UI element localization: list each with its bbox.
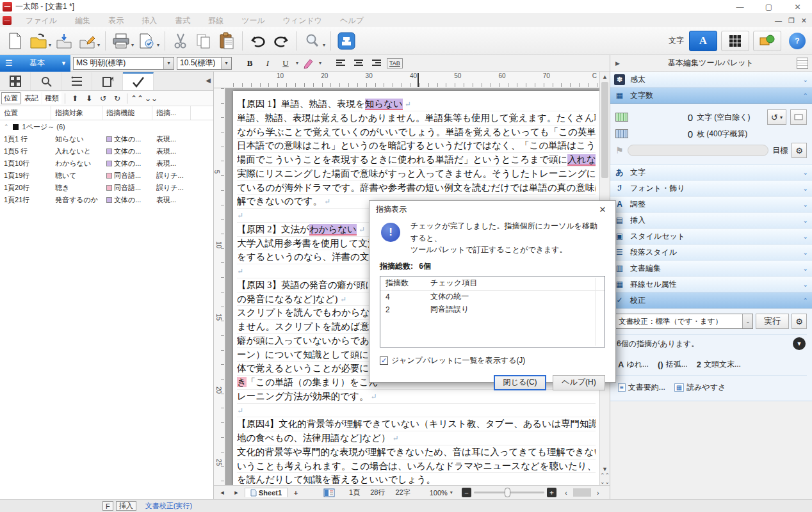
indication-row[interactable]: 1頁21行 発音するのか 文体の... 表現... [0,194,213,206]
page-down-icon[interactable]: ⌄⌄ [600,479,610,485]
proofread-tool-button[interactable]: ▦ 読みやすさ [674,382,726,393]
shapes-mode-button[interactable] [753,31,781,51]
vertical-ruler[interactable]: 510152025 [214,88,225,485]
collapse-all-icon[interactable]: ⌃⌃ [131,94,143,103]
scroll-down-icon[interactable]: ▼ [602,466,608,472]
section-kousei[interactable]: ✓ 校正 ⌃ [610,292,812,308]
addon-puzzle-icon[interactable] [335,29,358,52]
underline-caret[interactable]: ▾ [296,60,298,66]
page-group-row[interactable]: ⌃ 1ページ～ (6) [0,120,213,133]
italic-button[interactable]: I [260,56,275,70]
zoom-out-button[interactable]: − [462,488,471,497]
redo-icon[interactable] [270,29,293,52]
help-button[interactable]: ? [789,33,806,49]
zoom-level[interactable]: 100% [430,489,448,497]
tab-proofread-icon[interactable] [123,72,154,90]
new-document-button[interactable] [4,29,27,52]
palette-section[interactable]: ☰ 段落スタイル ⌄ [610,244,812,260]
doc-minimize-button[interactable]: — [775,17,782,25]
menu-8[interactable]: ヘルプ [331,14,373,28]
tab-search-icon[interactable] [31,72,61,90]
menu-4[interactable]: 書式 [166,14,199,28]
expand-all-icon[interactable]: ⌄⌄ [145,94,158,103]
document-line[interactable]: 【原因4】文化的背景等が理解できていない（キリスト教、タブー、あるいは専門知識[… [237,417,596,431]
menu-3[interactable]: 挿入 [133,14,166,28]
doc-restore-button[interactable]: ❐ [788,17,795,25]
print-preview-button[interactable] [135,29,158,52]
palette-collapse-icon[interactable]: ▶ [610,60,625,67]
highlighter-pen-icon[interactable] [301,56,316,70]
font-size-select[interactable]: 10.5(標準)▾ [177,57,232,70]
save-button[interactable] [53,29,76,52]
document-line[interactable]: ↵ [237,404,596,418]
proofread-tool-button[interactable]: ≡ 文書要約... [618,382,665,393]
collapse-icon[interactable]: ⌃ [4,124,9,130]
goal-input[interactable] [628,145,769,156]
margin-marker[interactable] [418,73,419,87]
copy-icon[interactable] [192,29,215,52]
filter-notation-button[interactable]: 表記 [22,92,41,104]
tab-page-icon[interactable] [92,72,123,90]
search-icon[interactable] [301,29,324,52]
palette-section[interactable]: ℐ フォント・飾り ⌄ [610,180,812,196]
summary-row[interactable]: 2 同音語誤り [380,303,605,316]
align-right-icon[interactable] [369,56,384,70]
text-mode-button[interactable]: A [689,31,717,51]
align-left-icon[interactable] [333,56,348,70]
document-line[interactable]: 日本語での意味はこれ」というのを暗記するというだけではなく、「この単語はこういう [237,139,596,153]
proofread-settings-gear-icon[interactable]: ⚙ [792,314,807,329]
font-name-select[interactable]: MS 明朝(標準)▾ [73,57,174,70]
show-list-checkbox[interactable]: ✓ [380,356,388,365]
menu-1[interactable]: 編集 [66,14,99,28]
move-up-icon[interactable]: ⬆ [69,94,81,103]
close-dialog-button[interactable]: 閉じる(C) [494,375,546,390]
proofread-tool-button[interactable]: A ゆれ... [618,359,649,370]
paste-icon[interactable] [215,29,238,52]
summary-row[interactable]: 4 文体の統一 [380,291,605,303]
move-down-icon[interactable]: ⬇ [83,94,95,103]
mode-chip-f[interactable]: F [102,501,113,511]
indication-row[interactable]: 1頁5 行 入れないと 文体の... 表現... [0,145,213,157]
pen-caret[interactable]: ▾ [319,60,321,66]
tab-layout-icon[interactable] [0,72,31,90]
tab-list-icon[interactable] [61,72,92,90]
tab-button[interactable]: TAB [387,58,403,68]
document-line[interactable]: 場面でこういうことを表現するときに使われる単語だ」というところまで頭に入れないと… [237,153,596,167]
palette-section[interactable]: ▤ 挿入 ⌄ [610,212,812,228]
grid-mode-button[interactable] [721,31,749,51]
zoom-caret-icon[interactable]: ▾ [450,490,453,495]
indication-summary-table[interactable]: 指摘数 チェック項目 4 文体の統一 2 同音語誤り [380,276,605,348]
align-center-icon[interactable] [351,56,366,70]
minimize-button[interactable]: — [726,0,754,13]
zoom-in-button[interactable]: ＋ [547,488,556,497]
document-line[interactable]: 文化的背景等や専門的な表現が理解できないため、音は耳に入ってきても理解できないと [237,445,596,460]
undo-small-icon[interactable]: ↺ [97,94,110,103]
scroll-up-icon[interactable]: ▲ [600,72,610,82]
dialog-help-button[interactable]: ヘルプ(H) [553,375,605,390]
indication-row[interactable]: 1頁10行 わからない 文体の... 表現... [0,157,213,170]
view-mode-icon[interactable] [323,488,335,497]
hscroll-right-icon[interactable]: › [592,489,604,497]
zoom-slider[interactable] [474,492,544,493]
open-file-button[interactable] [27,29,50,52]
document-line[interactable]: 地の食べもの、法律用語など]など） ↵ [237,431,596,445]
document-line[interactable]: いうことも考えられます。この場合は、いろんなドラマやニュースなどを聴いたり、書籍 [237,460,596,474]
dialog-title-bar[interactable]: 指摘表示 ✕ [369,201,615,218]
doc-close-button[interactable]: ✕ [801,17,807,25]
underline-button[interactable]: U [278,56,293,70]
menu-7[interactable]: ウィンドウ [274,14,331,28]
cut-icon[interactable] [169,29,192,52]
filter-kind-button[interactable]: 種類 [42,92,61,104]
document-line[interactable]: 実際にリスニングした場面で意味がすっと入ってきません。そうしたトレーニングに向い [237,167,596,181]
hscroll-left-icon[interactable]: ‹ [560,489,572,497]
document-line[interactable]: を読んだりして知識を蓄えるといいでしょう。 [237,473,596,485]
proofread-tool-button[interactable]: 2 文頭文末... [697,359,741,370]
section-kanta[interactable]: ✽ 感太 ⌄ [610,72,812,88]
sheet-tab[interactable]: Sheet1 [245,488,288,497]
palette-section[interactable]: A 調整 ⌄ [610,196,812,212]
expand-indications-icon[interactable]: ▼ [793,337,806,350]
print-button[interactable] [110,29,133,52]
run-proofread-button[interactable]: 実行 [756,314,789,329]
undo-icon[interactable] [247,29,270,52]
scrollbar-thumb[interactable] [601,82,608,178]
